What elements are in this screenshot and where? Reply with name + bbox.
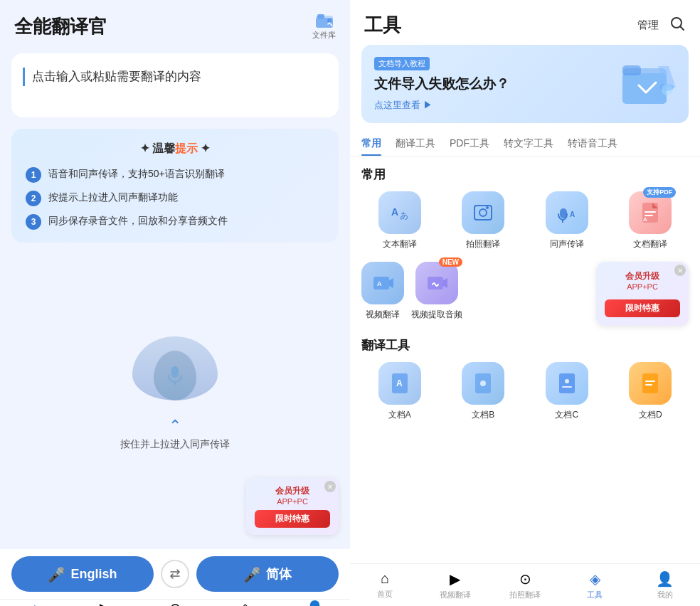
tab-common[interactable]: 常用 [361,132,381,156]
trans-tool-1[interactable]: A 文档A [361,362,438,421]
nav-item-video-left[interactable]: ▶ 视频翻译 [70,600,139,606]
tab-audio-tools[interactable]: 转语音工具 [568,132,617,156]
section-trans-title: 翻译工具 [361,337,689,354]
mic-icon-english: 🎤 [48,566,63,582]
app-title: 全能翻译官 [14,14,107,39]
home-label-right: 首页 [377,589,393,600]
video-tools-group: A 视频翻译 NEW 视频提取音频 [361,262,462,321]
banner-tag: 文档导入教程 [374,57,430,70]
svg-point-11 [662,84,673,95]
tips-suffix: ✦ [198,142,210,154]
doc-translate-label: 文档翻译 [633,238,667,250]
svg-text:A: A [570,211,575,218]
tools-page-title: 工具 [364,13,401,38]
svg-point-15 [479,209,487,216]
translation-tools-grid: A 文档A 文档B [361,362,689,421]
close-upgrade-right-button[interactable]: ✕ [674,265,686,276]
video-translate-icon: A [361,262,404,304]
video-icon-right: ▶ [450,570,460,588]
limited-badge-right[interactable]: 限时特惠 [605,299,680,317]
tool-doc-translate[interactable]: A 支持PDF 文档翻译 [612,191,689,250]
sim-interpret-icon: A [546,191,588,234]
upgrade-card-right[interactable]: ✕ 会员升级 APP+PC 限时特惠 [596,262,689,326]
tip-num-1: 1 [26,167,41,183]
profile-icon-left: 👤 [306,600,324,606]
close-upgrade-left-button[interactable]: ✕ [324,481,336,492]
banner-link[interactable]: 点这里查看 ▶ [374,99,617,112]
nav-item-photo-left[interactable]: ⊙ 拍照翻译 [140,600,210,606]
tips-hint: 提示 [175,142,198,154]
nav-item-profile-left[interactable]: 👤 我的 [280,600,350,606]
profile-label-right: 我的 [657,590,673,600]
tool-video-extract-audio[interactable]: NEW 视频提取音频 [411,262,462,321]
svg-text:A: A [391,206,398,218]
tool-text-translate[interactable]: A あ 文本翻译 [361,191,438,250]
english-lang-label: English [70,567,117,582]
input-placeholder-text: 点击输入或粘贴需要翻译的内容 [23,68,201,86]
upgrade-card-left[interactable]: ✕ 会员升级 APP+PC 限时特惠 [246,478,339,535]
tips-list: 1 语音和同声传译，支持50+语言识别翻译 2 按提示上拉进入同声翻译功能 3 … [26,166,324,230]
tools-label-right: 工具 [587,590,603,600]
svg-point-32 [565,379,569,383]
banner[interactable]: 文档导入教程 文件导入失败怎么办？ 点这里查看 ▶ [361,45,689,123]
banner-icon-area [619,55,683,112]
video-label-right: 视频翻译 [440,590,471,600]
nav-item-photo-right[interactable]: ⊙ 拍照翻译 [490,564,560,606]
limited-badge-left[interactable]: 限时特惠 [255,510,330,528]
tips-warm: ✦ 温馨 [140,142,175,154]
search-button[interactable] [669,15,686,36]
tab-translation-tools[interactable]: 翻译工具 [396,132,435,156]
right-header-actions: 管理 [637,15,686,36]
nav-item-tools-right[interactable]: ◈ 工具 [560,564,630,606]
tip-item-2: 2 按提示上拉进入同声翻译功能 [26,190,324,206]
trans-tool-3[interactable]: 文档C [529,362,605,421]
pdf-badge: 支持PDF [643,187,676,198]
swap-language-button[interactable] [161,560,189,588]
trans-tool-2-label: 文档B [472,409,494,421]
tab-text-tools[interactable]: 转文字工具 [504,132,553,156]
tip-item-3: 3 同步保存录音文件，回放和分享音频文件 [26,213,324,230]
trans-tool-2-icon [462,362,504,405]
manage-button[interactable]: 管理 [637,18,659,32]
file-library-button[interactable]: 文件库 [312,13,336,41]
svg-rect-33 [562,386,572,388]
tip-text-3: 同步保存录音文件，回放和分享音频文件 [48,213,228,228]
trans-tool-4-icon [629,362,672,405]
trans-tool-4[interactable]: 文档D [612,362,689,421]
text-translate-icon: A あ [378,191,421,234]
svg-rect-4 [171,366,179,378]
svg-rect-26 [428,277,443,289]
new-badge: NEW [439,257,462,267]
tip-num-3: 3 [26,214,41,230]
photo-icon-right: ⊙ [519,570,531,588]
nav-item-tools-left[interactable]: ◈ 工具 [210,600,280,606]
nav-item-profile-right[interactable]: 👤 我的 [630,564,700,606]
photo-translate-label: 拍照翻译 [466,238,500,250]
upgrade-title-right: 会员升级 [625,270,659,282]
bottom-bar-left: 🎤 English 🎤 简体 ⌂ 首页 ▶ 视频翻译 [0,549,350,606]
mic-visual [129,333,221,404]
upgrade-subtitle-right: APP+PC [627,282,658,291]
video-tools-row: A 视频翻译 NEW 视频提取音频 [361,262,689,326]
english-lang-button[interactable]: 🎤 English [11,556,154,592]
text-input-area[interactable]: 点击输入或粘贴需要翻译的内容 [11,53,339,117]
tab-pdf-tools[interactable]: PDF工具 [450,132,489,156]
tool-video-translate[interactable]: A 视频翻译 [361,262,404,321]
trans-tool-4-label: 文档D [639,409,662,421]
tool-photo-translate[interactable]: 拍照翻译 [445,191,522,250]
tool-sim-interpret[interactable]: A 同声传译 [529,191,605,250]
nav-item-video-right[interactable]: ▶ 视频翻译 [420,564,489,606]
tip-text-2: 按提示上拉进入同声翻译功能 [48,190,178,205]
trans-tool-1-icon: A [378,362,421,405]
profile-icon-right: 👤 [656,570,674,588]
nav-item-home-right[interactable]: ⌂ 首页 [350,564,420,606]
mic-chevron-icon: ⌃ [169,417,181,435]
tabs-row: 常用 翻译工具 PDF工具 转文字工具 转语音工具 [350,132,700,156]
mic-label-text: 按住并上拉进入同声传译 [120,438,230,451]
section-common-title: 常用 [361,166,689,183]
nav-item-home-left[interactable]: ⌂ 首页 [0,600,70,606]
right-header: 工具 管理 [350,0,700,45]
chinese-lang-button[interactable]: 🎤 简体 [196,556,339,592]
left-header: 全能翻译官 文件库 [0,0,350,48]
trans-tool-2[interactable]: 文档B [445,362,522,421]
